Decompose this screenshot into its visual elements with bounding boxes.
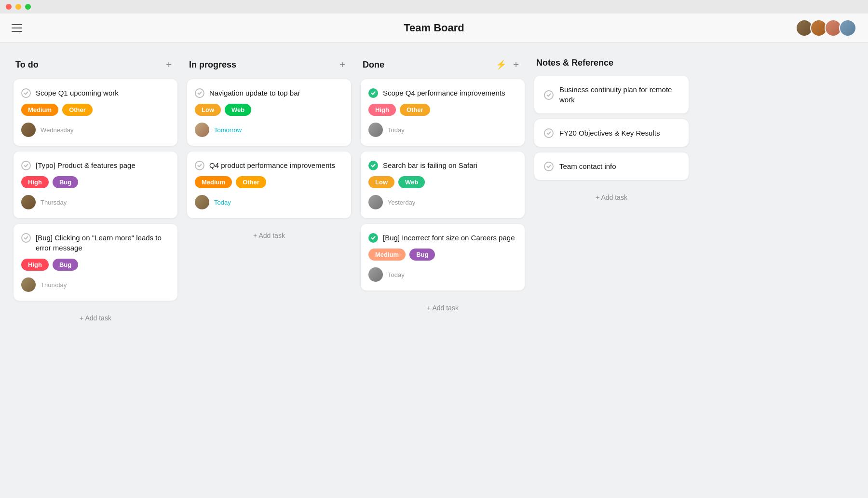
card-title: Search bar is failing on Safari bbox=[383, 160, 477, 170]
inprogress-card-1: Navigation update to top bar Low Web Tom… bbox=[187, 79, 351, 146]
tag-bug[interactable]: Bug bbox=[409, 249, 435, 261]
card-avatar bbox=[195, 123, 209, 137]
column-notes: Notes & Reference Business continuity pl… bbox=[534, 58, 689, 207]
tag-other[interactable]: Other bbox=[236, 176, 266, 188]
card-date: Thursday bbox=[41, 199, 67, 206]
titlebar bbox=[0, 0, 868, 14]
tag-medium[interactable]: Medium bbox=[195, 176, 232, 188]
app-header: Team Board bbox=[0, 14, 868, 42]
add-task-inprogress[interactable]: + Add task bbox=[187, 226, 351, 245]
card-footer: Wednesday bbox=[21, 123, 170, 137]
card-footer: Thursday bbox=[21, 195, 170, 209]
card-date: Yesterday bbox=[388, 199, 415, 206]
note-card-1[interactable]: Business continuity plan for remote work bbox=[534, 76, 689, 113]
note-check-icon bbox=[544, 162, 554, 171]
card-title: [Bug] Clicking on "Learn more" leads to … bbox=[36, 233, 170, 253]
tag-high[interactable]: High bbox=[21, 176, 49, 188]
column-todo: To do + Scope Q1 upcoming work Medium Ot… bbox=[14, 58, 177, 328]
card-footer: Tomorrow bbox=[195, 123, 343, 137]
card-tags: High Bug bbox=[21, 259, 170, 271]
add-todo-button[interactable]: + bbox=[162, 58, 176, 71]
card-title: Navigation update to top bar bbox=[209, 88, 300, 98]
column-inprogress: In progress + Navigation update to top b… bbox=[187, 58, 351, 245]
page-title: Team Board bbox=[404, 22, 464, 34]
column-header-done: Done ⚡ + bbox=[361, 58, 525, 71]
card-tags: Medium Bug bbox=[368, 249, 517, 261]
header-avatars bbox=[796, 19, 856, 37]
note-title: Team contact info bbox=[559, 161, 616, 171]
card-footer: Thursday bbox=[21, 277, 170, 292]
card-avatar bbox=[368, 267, 383, 282]
tag-other[interactable]: Other bbox=[400, 104, 430, 116]
column-header-notes: Notes & Reference bbox=[534, 58, 689, 68]
add-task-done[interactable]: + Add task bbox=[361, 298, 525, 318]
todo-card-1: Scope Q1 upcoming work Medium Other Wedn… bbox=[14, 79, 177, 146]
card-avatar bbox=[21, 195, 36, 209]
card-tags: Medium Other bbox=[21, 104, 170, 116]
card-date: Today bbox=[214, 199, 231, 206]
check-done-icon bbox=[368, 233, 378, 243]
card-title: Q4 product performance improvements bbox=[209, 160, 335, 170]
tag-web[interactable]: Web bbox=[398, 176, 425, 188]
card-footer: Yesterday bbox=[368, 195, 517, 209]
card-date: Today bbox=[388, 271, 405, 278]
card-tags: Low Web bbox=[195, 104, 343, 116]
card-avatar bbox=[21, 123, 36, 137]
check-icon bbox=[21, 161, 31, 170]
lightning-icon: ⚡ bbox=[496, 59, 506, 70]
card-avatar bbox=[195, 195, 209, 209]
tag-bug[interactable]: Bug bbox=[53, 176, 78, 188]
tag-other[interactable]: Other bbox=[62, 104, 93, 116]
card-footer: Today bbox=[368, 123, 517, 137]
column-header-todo: To do + bbox=[14, 58, 177, 71]
minimize-dot[interactable] bbox=[15, 4, 21, 10]
card-avatar bbox=[368, 195, 383, 209]
check-done-icon bbox=[368, 88, 378, 98]
card-footer: Today bbox=[368, 267, 517, 282]
done-card-2: Search bar is failing on Safari Low Web … bbox=[361, 152, 525, 218]
card-title: [Typo] Product & features page bbox=[36, 160, 136, 170]
add-task-notes[interactable]: + Add task bbox=[534, 188, 689, 207]
note-card-3[interactable]: Team contact info bbox=[534, 152, 689, 180]
card-date: Today bbox=[388, 126, 405, 134]
column-title-todo: To do bbox=[15, 60, 162, 70]
todo-card-3: [Bug] Clicking on "Learn more" leads to … bbox=[14, 224, 177, 301]
note-card-2[interactable]: FY20 Objectives & Key Results bbox=[534, 119, 689, 147]
tag-medium[interactable]: Medium bbox=[368, 249, 406, 261]
note-check-icon bbox=[544, 128, 554, 138]
menu-button[interactable] bbox=[12, 24, 22, 32]
check-icon bbox=[195, 88, 204, 98]
maximize-dot[interactable] bbox=[25, 4, 31, 10]
card-title: Scope Q1 upcoming work bbox=[36, 88, 119, 98]
note-title: FY20 Objectives & Key Results bbox=[559, 128, 660, 138]
tag-medium[interactable]: Medium bbox=[21, 104, 58, 116]
check-done-icon bbox=[368, 161, 378, 170]
check-icon bbox=[21, 233, 31, 243]
card-tags: High Other bbox=[368, 104, 517, 116]
done-card-1: Scope Q4 performance improvements High O… bbox=[361, 79, 525, 146]
note-title: Business continuity plan for remote work bbox=[559, 84, 679, 105]
card-title: [Bug] Incorrect font size on Careers pag… bbox=[383, 233, 515, 243]
add-done-button[interactable]: + bbox=[509, 58, 523, 71]
board: To do + Scope Q1 upcoming work Medium Ot… bbox=[0, 42, 868, 498]
tag-low[interactable]: Low bbox=[195, 104, 221, 116]
tag-high[interactable]: High bbox=[21, 259, 49, 271]
check-icon bbox=[195, 161, 204, 170]
add-inprogress-button[interactable]: + bbox=[336, 58, 349, 71]
inprogress-card-2: Q4 product performance improvements Medi… bbox=[187, 152, 351, 218]
check-icon bbox=[21, 88, 31, 98]
tag-bug[interactable]: Bug bbox=[53, 259, 78, 271]
card-tags: High Bug bbox=[21, 176, 170, 188]
column-title-inprogress: In progress bbox=[189, 60, 336, 70]
close-dot[interactable] bbox=[6, 4, 12, 10]
todo-card-2: [Typo] Product & features page High Bug … bbox=[14, 152, 177, 218]
tag-web[interactable]: Web bbox=[225, 104, 251, 116]
card-date: Wednesday bbox=[41, 126, 73, 134]
column-done: Done ⚡ + Scope Q4 performance improvemen… bbox=[361, 58, 525, 318]
card-date: Thursday bbox=[41, 281, 67, 289]
tag-low[interactable]: Low bbox=[368, 176, 394, 188]
avatar-4[interactable] bbox=[839, 19, 856, 37]
column-title-notes: Notes & Reference bbox=[536, 58, 687, 68]
add-task-todo[interactable]: + Add task bbox=[14, 308, 177, 328]
tag-high[interactable]: High bbox=[368, 104, 396, 116]
